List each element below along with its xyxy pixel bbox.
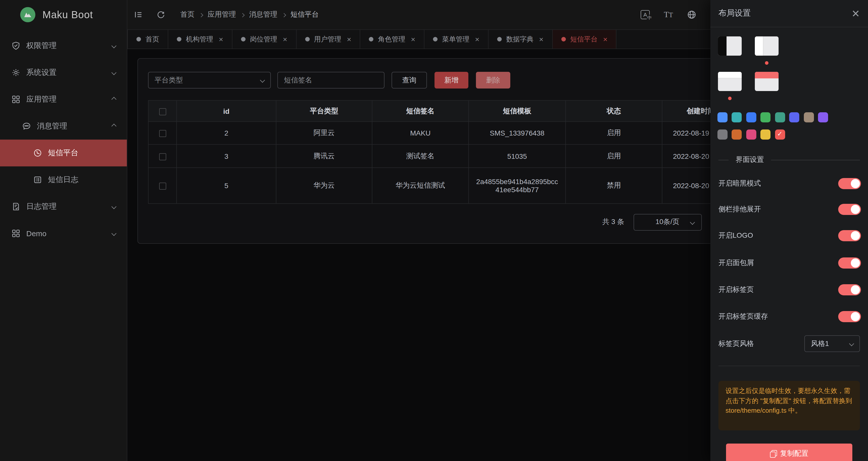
sidebar-item-sms-log[interactable]: 短信日志 [0,166,127,193]
chat-bubble-icon [22,122,31,131]
tab-post[interactable]: 岗位管理 × [232,30,297,49]
theme-color-swatch[interactable] [761,112,771,122]
setting-label: 开启LOGO [718,231,753,240]
document-check-icon [11,202,20,211]
refresh-icon[interactable] [154,8,167,21]
sidebar-item-sms-platform[interactable]: 短信平台 [0,140,127,166]
chevron-down-icon [690,220,695,225]
globe-icon[interactable] [685,8,698,21]
thumb-dark-sidebar [718,36,726,56]
column-header-signature[interactable]: 短信签名 [372,100,469,122]
breadcrumb-item[interactable]: 首页 [180,10,194,19]
sidebar-item-log[interactable]: 日志管理 [0,193,127,220]
theme-color-swatch[interactable] [746,129,756,140]
column-header-platform[interactable]: 平台类型 [276,100,372,122]
layout-option-primary-header[interactable] [755,72,779,91]
close-icon[interactable]: × [347,35,351,43]
theme-color-swatch[interactable] [804,112,814,122]
thumb-light-sidebar [755,36,764,56]
layout-option-dark-sidebar[interactable] [718,36,742,56]
tab-style-select[interactable]: 风格1 [804,335,860,352]
tab-dict[interactable]: 数据字典 × [489,30,553,49]
close-icon[interactable]: × [411,35,415,43]
add-button[interactable]: 新增 [434,72,468,88]
row-checkbox[interactable] [159,182,166,190]
cell-platform: 华为云 [276,168,372,204]
column-header-template[interactable]: 短信模板 [469,100,566,122]
tab-dot-icon [305,37,309,41]
translate-icon[interactable]: A中 [639,8,652,21]
column-header-id[interactable]: id [177,100,276,122]
close-icon[interactable]: ✕ [851,8,860,19]
sidebar-accordion-toggle[interactable] [838,204,861,215]
tab-home[interactable]: 首页 [127,30,168,49]
logo-toggle[interactable] [838,230,861,241]
cell-status: 启用 [566,144,662,168]
page-size-select[interactable]: 10条/页 [633,214,702,230]
divider [771,160,860,160]
tab-org[interactable]: 机构管理 × [168,30,232,49]
font-size-icon[interactable]: TT [662,8,675,21]
sidebar-item-demo[interactable]: Demo [0,220,127,247]
select-all-checkbox[interactable] [159,108,166,115]
close-icon[interactable]: × [603,35,608,43]
close-icon[interactable]: × [475,35,479,43]
theme-color-swatch-selected[interactable]: ✓ [775,129,785,140]
breadcrumb-item[interactable]: 应用管理 [208,10,236,19]
platform-type-select[interactable]: 平台类型 [148,72,271,88]
cell-signature: 测试签名 [372,144,469,168]
tab-role[interactable]: 角色管理 × [361,30,425,49]
theme-color-swatch[interactable] [761,129,771,140]
cell-template: SMS_133976438 [469,122,566,144]
cell-id: 3 [177,144,276,168]
layout-option-light-sidebar[interactable] [755,36,779,56]
sidebar-item-permission[interactable]: 权限管理 [0,32,127,59]
tab-menu[interactable]: 菜单管理 × [425,30,489,49]
total-count: 共 3 条 [602,218,624,227]
chevron-down-icon [112,43,117,48]
tab-label: 角色管理 [378,35,405,44]
theme-color-swatch[interactable] [732,129,742,140]
tab-user[interactable]: 用户管理 × [296,30,361,49]
tab-sms-platform[interactable]: 短信平台 × [553,30,617,49]
toggle-knob [851,285,860,294]
cell-platform: 阿里云 [276,122,372,144]
dark-mode-toggle[interactable] [838,178,861,189]
chevron-down-icon [849,341,854,346]
row-checkbox[interactable] [159,153,166,160]
cell-status: 启用 [566,122,662,144]
breadcrumb-toggle[interactable] [838,257,861,268]
close-icon[interactable]: × [219,35,223,43]
theme-color-swatch[interactable] [746,112,756,122]
sidebar-item-message[interactable]: 消息管理 [0,113,127,140]
tabs-toggle[interactable] [838,284,861,295]
theme-color-swatch[interactable] [717,129,727,140]
menu-fold-icon[interactable] [132,8,145,21]
app-viewport: Maku Boot 权限管理 系统设置 应用管理 消息管理 [0,0,868,461]
sidebar-item-label: 日志管理 [26,202,57,211]
signature-input[interactable]: 短信签名 [277,72,384,88]
theme-color-swatch[interactable] [732,112,742,122]
sidebar-item-application[interactable]: 应用管理 [0,86,127,113]
close-icon[interactable]: × [539,35,544,43]
tabs-cache-toggle[interactable] [838,311,861,322]
close-icon[interactable]: × [283,35,287,43]
header-checkbox-cell [148,100,177,122]
sidebar-item-label: Demo [26,229,46,238]
row-checkbox[interactable] [159,130,166,137]
delete-button[interactable]: 删除 [476,72,510,88]
theme-color-swatch[interactable] [789,112,799,122]
theme-color-swatch[interactable] [717,112,727,122]
tab-dot-icon [561,37,566,41]
setting-row-tabs-cache: 开启标签页缓存 [718,311,861,322]
copy-config-button[interactable]: 复制配置 [726,443,852,461]
theme-color-swatch[interactable] [775,112,785,122]
breadcrumb-item[interactable]: 消息管理 [249,10,277,19]
column-header-status[interactable]: 状态 [566,100,662,122]
layout-option-light-header[interactable] [718,72,742,91]
theme-color-swatch[interactable] [818,112,828,122]
search-button[interactable]: 查询 [392,72,427,88]
setting-row-tab-style: 标签页风格 风格1 [718,335,860,352]
sidebar-item-system[interactable]: 系统设置 [0,59,127,86]
tab-label: 数据字典 [506,35,533,44]
